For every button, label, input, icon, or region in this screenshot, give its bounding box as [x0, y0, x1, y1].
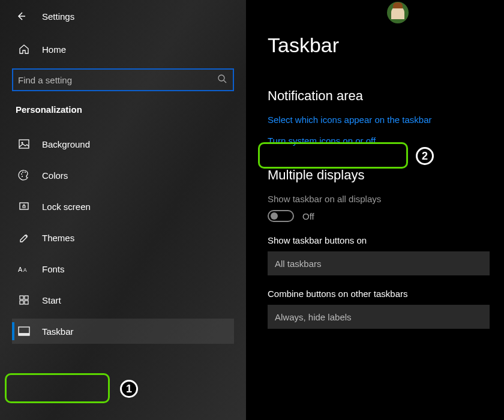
home-icon	[18, 43, 30, 55]
themes-icon	[18, 232, 30, 244]
nav-label: Start	[42, 295, 61, 305]
svg-text:A: A	[18, 266, 23, 273]
show-taskbar-toggle[interactable]	[268, 210, 294, 222]
svg-rect-16	[19, 333, 29, 335]
show-taskbar-all-displays-label: Show taskbar on all displays	[268, 194, 492, 204]
svg-point-0	[218, 75, 224, 81]
sidebar-item-start[interactable]: Start	[12, 287, 234, 313]
settings-sidebar: Settings Home Personalization Background…	[0, 0, 246, 420]
search-icon	[217, 74, 227, 86]
search-input-wrapper[interactable]	[12, 68, 234, 91]
sidebar-item-taskbar[interactable]: Taskbar	[12, 319, 234, 344]
svg-point-2	[22, 142, 23, 144]
start-icon	[18, 294, 30, 306]
page-title: Taskbar	[268, 34, 492, 57]
show-buttons-dropdown[interactable]: All taskbars	[268, 251, 490, 275]
combine-buttons-dropdown[interactable]: Always, hide labels	[268, 305, 490, 329]
show-buttons-label: Show taskbar buttons on	[268, 235, 492, 245]
sidebar-item-background[interactable]: Background	[12, 131, 234, 157]
svg-point-3	[21, 173, 22, 175]
sidebar-item-lockscreen[interactable]: Lock screen	[12, 194, 234, 219]
multiple-displays-heading: Multiple displays	[268, 167, 492, 183]
sidebar-item-themes[interactable]: Themes	[12, 225, 234, 250]
combine-buttons-label: Combine buttons on other taskbars	[268, 289, 492, 299]
sidebar-header: Settings	[12, 11, 234, 22]
category-title: Personalization	[16, 104, 234, 115]
nav-label: Themes	[42, 233, 74, 243]
nav-label: Fonts	[42, 264, 65, 274]
picture-icon	[18, 138, 30, 150]
notification-area-heading: Notification area	[268, 88, 492, 104]
svg-rect-12	[25, 296, 28, 299]
back-arrow-icon[interactable]	[16, 11, 26, 22]
nav-label: Lock screen	[42, 202, 91, 212]
nav-label: Background	[42, 139, 90, 149]
sidebar-item-colors[interactable]: Colors	[12, 163, 234, 188]
home-label: Home	[42, 44, 66, 55]
lockscreen-icon	[18, 200, 30, 212]
svg-point-5	[25, 172, 26, 173]
sidebar-item-fonts[interactable]: AA Fonts	[12, 256, 234, 281]
svg-point-4	[22, 172, 23, 173]
palette-icon	[18, 169, 30, 181]
svg-rect-14	[25, 301, 28, 304]
svg-rect-11	[20, 296, 23, 299]
link-system-icons[interactable]: Turn system icons on or off	[268, 136, 492, 146]
show-taskbar-toggle-row: Off	[268, 210, 492, 222]
nav-label: Colors	[42, 170, 68, 181]
svg-rect-8	[23, 206, 25, 208]
app-title: Settings	[42, 11, 74, 22]
annotation-badge-1: 1	[120, 380, 138, 398]
taskbar-icon	[18, 325, 30, 337]
search-input[interactable]	[18, 75, 217, 85]
svg-rect-13	[20, 301, 23, 304]
nav-label: Taskbar	[42, 326, 74, 337]
svg-point-6	[22, 176, 23, 177]
main-panel: Taskbar Notification area Select which i…	[246, 0, 504, 420]
annotation-badge-2: 2	[416, 147, 434, 165]
fonts-icon: AA	[18, 263, 30, 275]
link-select-icons[interactable]: Select which icons appear on the taskbar	[268, 115, 492, 125]
toggle-state-label: Off	[302, 211, 314, 221]
sidebar-item-home[interactable]: Home	[12, 38, 234, 60]
svg-rect-1	[19, 140, 29, 148]
avatar[interactable]	[387, 2, 409, 23]
svg-text:A: A	[23, 268, 27, 273]
